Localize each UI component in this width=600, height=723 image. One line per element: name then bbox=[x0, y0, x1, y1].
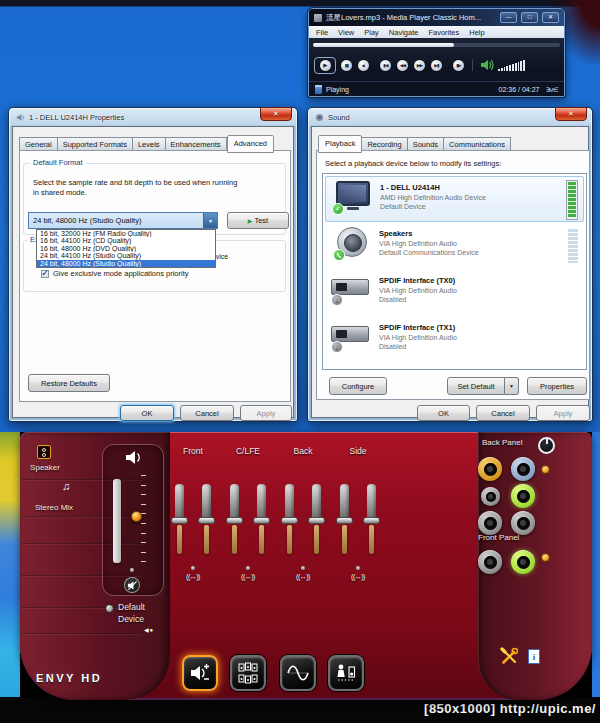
minimize-button[interactable]: — bbox=[500, 12, 517, 23]
default-device-radio[interactable] bbox=[105, 604, 114, 613]
menu-help[interactable]: Help bbox=[469, 28, 484, 37]
restore-defaults-button[interactable]: Restore Defaults bbox=[28, 374, 110, 392]
channel-fader[interactable] bbox=[281, 484, 298, 554]
fast-forward-button[interactable]: ▶▶ bbox=[413, 59, 426, 72]
settings-tools-icon[interactable] bbox=[500, 647, 519, 666]
jack-front-gray[interactable] bbox=[478, 550, 502, 574]
device-row-dell[interactable]: ✓ 1 - DELL U2414H AMD High Definition Au… bbox=[325, 176, 584, 222]
sidebar-item-stereo-mix[interactable]: Stereo Mix bbox=[20, 503, 88, 512]
channel-link-toggle[interactable]: ((↔)) bbox=[336, 573, 380, 580]
sidebar-item-speaker[interactable]: Speaker bbox=[20, 463, 70, 472]
menu-favorites[interactable]: Favorites bbox=[428, 28, 459, 37]
dialog-title-bar[interactable]: Sound bbox=[308, 108, 592, 126]
ok-button[interactable]: OK bbox=[120, 405, 174, 421]
power-button[interactable] bbox=[538, 437, 555, 454]
channel-label: C/LFE bbox=[226, 446, 270, 458]
device-row-speakers[interactable]: Speakers VIA High Definition Audio Defau… bbox=[325, 223, 584, 269]
communications-badge bbox=[333, 249, 345, 261]
channel-fader[interactable] bbox=[336, 484, 353, 554]
step-button[interactable]: ▮▶ bbox=[452, 59, 465, 72]
channel-label: Side bbox=[336, 446, 380, 458]
dialog-title-bar[interactable]: 1 - DELL U2414H Properties bbox=[9, 108, 297, 126]
sound-control-panel-dialog: Sound ✕ Playback Recording Sounds Commun… bbox=[307, 107, 593, 422]
seek-bar[interactable] bbox=[313, 43, 560, 47]
play-button[interactable]: ▶ bbox=[319, 59, 332, 72]
channel-fader[interactable] bbox=[308, 484, 325, 554]
jack-back-orange[interactable] bbox=[478, 457, 502, 481]
priority-checkbox[interactable]: ✓ Give exclusive mode applications prior… bbox=[41, 269, 188, 278]
cancel-button[interactable]: Cancel bbox=[180, 405, 234, 421]
ok-button[interactable]: OK bbox=[417, 405, 470, 421]
pause-button[interactable]: ▮▮ bbox=[340, 59, 353, 72]
device-name: SPDIF Interface (TX1) bbox=[379, 323, 455, 332]
jack-back-gray-left[interactable] bbox=[478, 511, 502, 535]
jack-back-gray-right[interactable] bbox=[511, 511, 535, 535]
dropdown-option[interactable]: 24 bit, 44100 Hz (Studio Quality) bbox=[37, 252, 215, 259]
mute-speaker-icon bbox=[127, 580, 138, 591]
dropdown-option-selected[interactable]: 24 bit, 48000 Hz (Studio Quality) bbox=[37, 260, 215, 267]
close-button[interactable]: ✕ bbox=[555, 107, 587, 121]
stop-button[interactable]: ■ bbox=[357, 59, 370, 72]
speaker-configuration-button[interactable] bbox=[230, 655, 266, 691]
dialog-title: Sound bbox=[328, 113, 350, 122]
skip-forward-button[interactable]: ▶▮ bbox=[430, 59, 443, 72]
configure-button[interactable]: Configure bbox=[329, 377, 387, 395]
jack-back-small[interactable] bbox=[481, 487, 500, 506]
mute-button[interactable] bbox=[124, 577, 140, 593]
jack-back-blue[interactable] bbox=[511, 457, 535, 481]
equalizer-effects-button[interactable] bbox=[280, 655, 316, 691]
set-default-button[interactable]: Set Default bbox=[447, 377, 505, 395]
dialog-title: 1 - DELL U2414H Properties bbox=[29, 113, 124, 122]
chevron-down-icon[interactable]: ▼ bbox=[203, 213, 217, 228]
spdif-device-icon bbox=[331, 279, 369, 295]
apply-button[interactable]: Apply bbox=[240, 405, 292, 421]
dropdown-option[interactable]: 16 bit, 48000 Hz (DVD Quality) bbox=[37, 245, 215, 252]
volume-level-bars[interactable] bbox=[498, 59, 525, 71]
tab-playback[interactable]: Playback bbox=[318, 135, 362, 153]
channel-fader[interactable] bbox=[363, 484, 380, 554]
channel-fader[interactable] bbox=[253, 484, 270, 554]
volume-mixer-mode-button[interactable] bbox=[182, 655, 218, 691]
volume-slider-knob[interactable] bbox=[131, 511, 142, 522]
channel-fader[interactable] bbox=[226, 484, 243, 554]
apply-button[interactable]: Apply bbox=[536, 405, 590, 421]
close-button[interactable]: ✕ bbox=[260, 107, 292, 121]
jack-front-green[interactable] bbox=[511, 550, 535, 574]
sample-rate-combobox[interactable]: 24 bit, 48000 Hz (Studio Quality) ▼ bbox=[28, 212, 218, 229]
channel-fader[interactable] bbox=[198, 484, 215, 554]
skip-back-button[interactable]: ▮◀ bbox=[379, 59, 392, 72]
information-icon[interactable]: i bbox=[528, 649, 540, 664]
properties-button[interactable]: Properties bbox=[527, 377, 587, 395]
channel-link-toggle[interactable]: ((↔)) bbox=[281, 573, 325, 580]
close-button[interactable]: ✕ bbox=[542, 12, 559, 23]
set-default-dropdown-arrow[interactable]: ▼ bbox=[505, 377, 519, 395]
panel-collapse-control[interactable]: ◀● bbox=[144, 626, 154, 633]
device-row-spdif-tx1[interactable]: ↓ SPDIF Interface (TX1) VIA High Definit… bbox=[325, 317, 584, 363]
playback-device-list: ✓ 1 - DELL U2414H AMD High Definition Au… bbox=[322, 173, 587, 370]
maximize-button[interactable]: □ bbox=[521, 12, 538, 23]
menu-play[interactable]: Play bbox=[364, 28, 379, 37]
test-button[interactable]: ▶ Test bbox=[227, 212, 289, 229]
menu-file[interactable]: File bbox=[316, 28, 328, 37]
dropdown-option[interactable]: 16 bit, 32000 Hz (FM Radio Quality) bbox=[37, 230, 215, 237]
menu-navigate[interactable]: Navigate bbox=[389, 28, 419, 37]
channel-link-toggle[interactable]: ((↔)) bbox=[171, 573, 215, 580]
checkbox[interactable]: ✓ bbox=[41, 270, 49, 278]
channel-led bbox=[301, 566, 305, 570]
channel-group-side: Side ((↔)) bbox=[336, 446, 380, 580]
rewind-button[interactable]: ◀◀ bbox=[396, 59, 409, 72]
volume-speaker-icon[interactable] bbox=[480, 59, 494, 71]
menu-view[interactable]: View bbox=[338, 28, 354, 37]
cancel-button[interactable]: Cancel bbox=[476, 405, 530, 421]
tab-advanced[interactable]: Advanced bbox=[227, 135, 274, 153]
room-setup-button[interactable] bbox=[328, 655, 364, 691]
sound-icon bbox=[315, 113, 324, 122]
jack-back-green[interactable] bbox=[511, 484, 535, 508]
seek-bar-fill bbox=[313, 43, 454, 47]
channel-link-toggle[interactable]: ((↔)) bbox=[226, 573, 270, 580]
device-row-spdif-tx0[interactable]: ↓ SPDIF Interface (TX0) VIA High Definit… bbox=[325, 270, 584, 316]
speaker-icon bbox=[16, 113, 25, 122]
dropdown-option[interactable]: 16 bit, 44100 Hz (CD Quality) bbox=[37, 237, 215, 244]
mpc-title-bar[interactable]: 流星Lovers.mp3 - Media Player Classic Hom.… bbox=[309, 9, 564, 26]
channel-fader[interactable] bbox=[171, 484, 188, 554]
